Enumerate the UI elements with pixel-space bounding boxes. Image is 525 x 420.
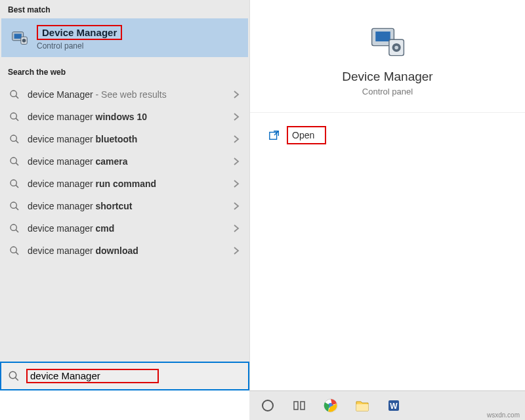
best-match-title: Device Manager bbox=[37, 25, 122, 40]
file-explorer-icon[interactable] bbox=[349, 392, 375, 419]
task-view-icon[interactable] bbox=[286, 392, 312, 419]
chevron-right-icon bbox=[232, 202, 240, 210]
svg-point-18 bbox=[10, 247, 16, 253]
search-icon bbox=[9, 112, 20, 122]
chevron-right-icon bbox=[232, 158, 240, 165]
search-results-pane: Best match Device Manager Control panel … bbox=[0, 0, 249, 390]
suggestion-item[interactable]: device manager run command bbox=[0, 173, 249, 195]
chevron-right-icon bbox=[232, 180, 240, 188]
suggestion-list: device Manager - See web resultsdevice m… bbox=[0, 83, 249, 262]
svg-line-13 bbox=[16, 185, 18, 188]
taskbar: W bbox=[249, 390, 525, 420]
svg-line-9 bbox=[16, 140, 18, 143]
svg-point-10 bbox=[10, 158, 16, 163]
search-icon bbox=[9, 178, 20, 189]
search-icon bbox=[9, 156, 20, 167]
search-input[interactable] bbox=[30, 370, 155, 381]
suggestion-item[interactable]: device Manager - See web results bbox=[0, 83, 249, 106]
chrome-icon[interactable] bbox=[318, 392, 344, 419]
suggestion-label: device manager shortcut bbox=[28, 201, 224, 211]
chevron-right-icon bbox=[232, 113, 240, 121]
suggestion-item[interactable]: device manager shortcut bbox=[0, 195, 249, 217]
svg-line-21 bbox=[15, 377, 18, 381]
suggestion-item[interactable]: device manager download bbox=[0, 240, 249, 262]
svg-point-4 bbox=[10, 91, 16, 96]
search-icon bbox=[9, 201, 20, 211]
svg-point-8 bbox=[10, 135, 16, 141]
svg-point-12 bbox=[10, 180, 16, 186]
svg-rect-1 bbox=[14, 33, 22, 39]
suggestion-label: device manager windows 10 bbox=[28, 112, 224, 122]
suggestion-item[interactable]: device manager camera bbox=[0, 150, 249, 173]
svg-point-26 bbox=[394, 46, 398, 50]
suggestion-label: device manager run command bbox=[28, 178, 224, 189]
best-match-header: Best match bbox=[0, 0, 249, 18]
cortana-icon[interactable] bbox=[255, 392, 281, 419]
best-match-subtitle: Control panel bbox=[37, 41, 122, 51]
open-label: Open bbox=[287, 126, 326, 144]
open-action[interactable]: Open bbox=[250, 113, 525, 158]
suggestion-item[interactable]: device manager windows 10 bbox=[0, 106, 249, 128]
chevron-right-icon bbox=[232, 224, 240, 232]
word-icon[interactable]: W bbox=[381, 392, 407, 419]
svg-text:W: W bbox=[390, 402, 398, 411]
best-match-item[interactable]: Device Manager Control panel bbox=[1, 18, 248, 57]
device-manager-icon bbox=[368, 24, 408, 60]
svg-rect-23 bbox=[375, 32, 390, 41]
svg-point-28 bbox=[262, 400, 273, 411]
suggestion-label: device Manager - See web results bbox=[28, 89, 224, 100]
svg-line-15 bbox=[16, 207, 18, 210]
svg-line-7 bbox=[16, 118, 18, 121]
chevron-right-icon bbox=[232, 247, 240, 255]
open-icon bbox=[268, 129, 280, 141]
svg-rect-30 bbox=[301, 402, 304, 410]
svg-point-6 bbox=[10, 113, 16, 119]
svg-point-16 bbox=[10, 224, 16, 230]
search-icon bbox=[9, 245, 20, 256]
detail-header: Device Manager Control panel bbox=[250, 0, 525, 113]
search-web-header: Search the web bbox=[0, 62, 249, 81]
best-match-text: Device Manager Control panel bbox=[37, 25, 122, 51]
svg-rect-33 bbox=[356, 404, 368, 411]
svg-point-20 bbox=[9, 371, 16, 379]
search-icon bbox=[9, 223, 20, 234]
svg-line-5 bbox=[16, 96, 18, 98]
detail-pane: Device Manager Control panel Open bbox=[249, 0, 525, 390]
svg-rect-29 bbox=[294, 402, 298, 410]
search-icon bbox=[9, 134, 20, 144]
chevron-right-icon bbox=[232, 135, 240, 143]
search-icon bbox=[8, 370, 20, 382]
svg-line-17 bbox=[16, 230, 18, 232]
search-icon bbox=[9, 89, 20, 100]
suggestion-label: device manager download bbox=[28, 245, 224, 256]
suggestion-label: device manager bluetooth bbox=[28, 134, 224, 144]
svg-point-14 bbox=[10, 202, 16, 208]
svg-line-11 bbox=[16, 163, 18, 165]
suggestion-item[interactable]: device manager cmd bbox=[0, 217, 249, 240]
svg-point-3 bbox=[22, 38, 26, 42]
suggestion-label: device manager camera bbox=[28, 156, 224, 167]
device-manager-icon bbox=[9, 28, 30, 49]
chevron-right-icon bbox=[232, 91, 240, 98]
search-bar[interactable] bbox=[0, 362, 249, 390]
svg-line-19 bbox=[16, 252, 18, 255]
detail-subtitle: Control panel bbox=[362, 87, 413, 96]
suggestion-item[interactable]: device manager bluetooth bbox=[0, 128, 249, 150]
watermark: wsxdn.com bbox=[487, 411, 520, 419]
suggestion-label: device manager cmd bbox=[28, 223, 224, 234]
detail-title: Device Manager bbox=[342, 70, 432, 84]
